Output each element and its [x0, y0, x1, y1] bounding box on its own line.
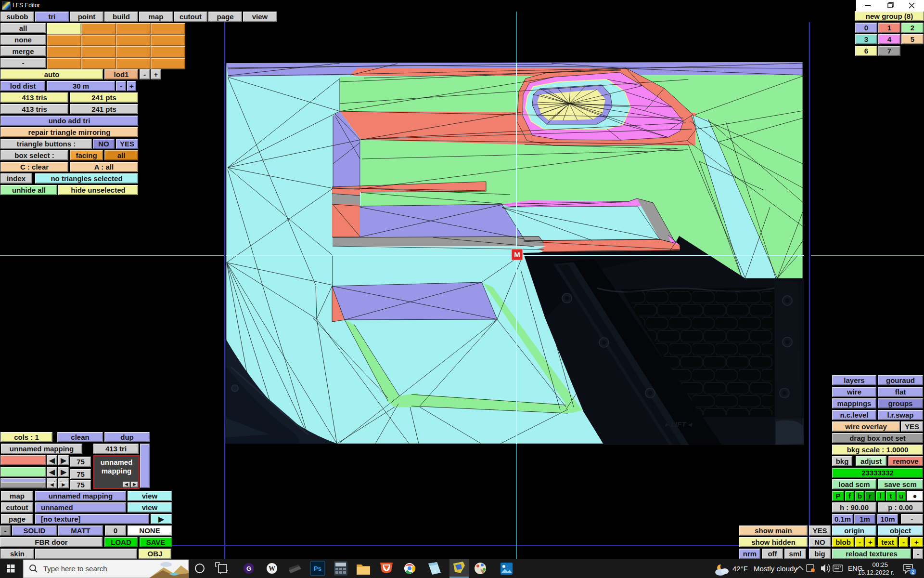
svg-text:M: M — [514, 250, 520, 259]
svg-text:W: W — [269, 565, 275, 572]
svg-text:2: 2 — [911, 569, 914, 575]
svg-text:Ps: Ps — [314, 565, 321, 572]
svg-text:15.12.2022 г.: 15.12.2022 г. — [858, 569, 894, 576]
svg-text:G: G — [246, 565, 251, 572]
svg-text:Type here to search: Type here to search — [43, 565, 107, 573]
svg-text:▸ LIFT ◂: ▸ LIFT ◂ — [665, 420, 693, 428]
svg-text:Mostly cloudy: Mostly cloudy — [754, 565, 797, 573]
svg-text:00:25: 00:25 — [872, 561, 888, 568]
svg-text:42°F: 42°F — [732, 565, 748, 573]
